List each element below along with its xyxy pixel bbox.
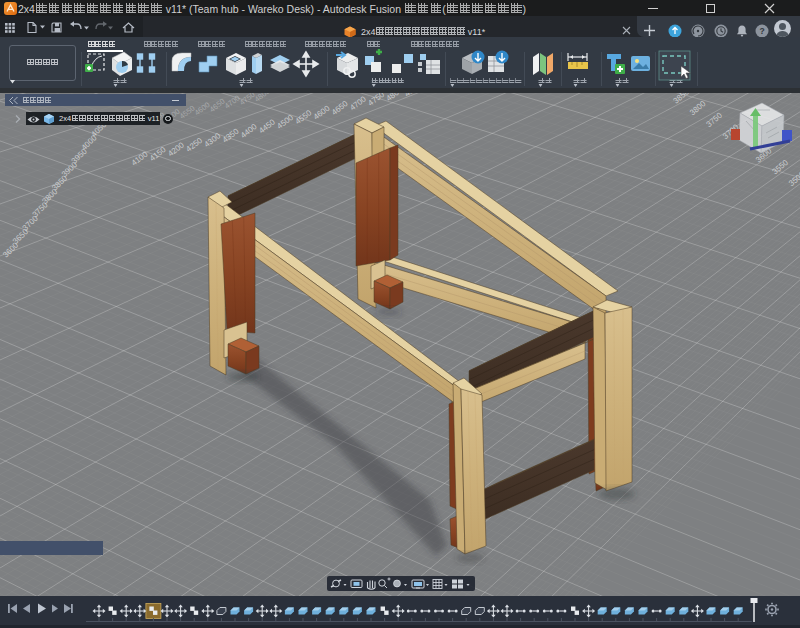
svg-text:?: ? xyxy=(759,26,764,36)
